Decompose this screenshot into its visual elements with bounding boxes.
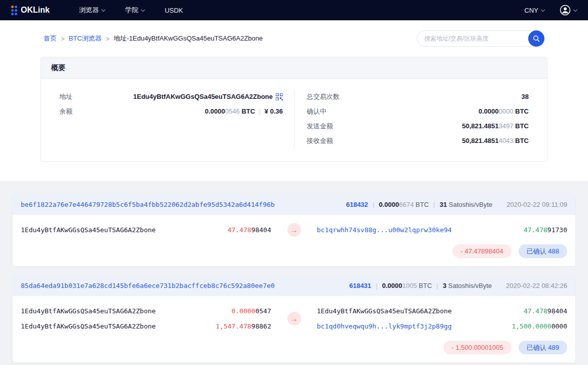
page-top-section: 首页 > BTC浏览器 > 地址-1Edu4yBtfAKwGGsQSa45euT…	[0, 20, 588, 172]
stat-value-dim: 0000	[499, 107, 513, 115]
tx-hash-link[interactable]: be6f1822a76e7e446479728b5c6f5ba4fbb52206…	[21, 201, 346, 208]
breadcrumb-home[interactable]: 首页	[44, 34, 57, 43]
tx-input-row: 1Edu4yBtfAKwGGsQSa45euTSAG6A2Zbone 1,547…	[21, 318, 271, 334]
stat-unit: BTC	[513, 137, 529, 144]
input-amount-primary: 47.478	[228, 226, 251, 234]
top-navbar: OKLink 浏览器 学院 USDK CNY	[0, 0, 588, 20]
input-amount-secondary: 0547	[255, 307, 271, 315]
logo-text: OKLink	[21, 6, 50, 15]
transaction-body: 1Edu4yBtfAKwGGsQSa45euTSAG6A2Zbone 0.000…	[13, 296, 575, 362]
search-button[interactable]	[528, 30, 544, 47]
stat-label: 确认中	[307, 107, 326, 116]
stat-row-received: 接收金额 50,821.48514043 BTC	[307, 133, 529, 148]
transaction-card: be6f1822a76e7e446479728b5c6f5ba4fbb52206…	[13, 194, 575, 266]
pipe-separator: |	[436, 282, 438, 289]
nav-item-usdk[interactable]: USDK	[165, 6, 183, 15]
tx-inputs: 1Edu4yBtfAKwGGsQSa45euTSAG6A2Zbone 0.000…	[21, 303, 271, 334]
stat-row-sent: 发送金额 50,821.48513497 BTC	[307, 119, 529, 133]
tx-rate-value: 3	[443, 282, 446, 289]
pipe-separator: |	[433, 201, 435, 208]
tx-rate-value: 31	[439, 201, 447, 208]
nav-item-explorer[interactable]: 浏览器	[79, 6, 105, 15]
navbar-right: CNY	[525, 5, 577, 16]
tx-outputs: 1Edu4yBtfAKwGGsQSa45euTSAG6A2Zbone 47.47…	[317, 303, 567, 334]
main-nav: 浏览器 学院 USDK	[79, 6, 525, 15]
balance-primary: 0.0000	[205, 107, 225, 115]
input-address: 1Edu4yBtfAKwGGsQSa45euTSAG6A2Zbone	[21, 322, 156, 330]
block-height-link[interactable]: 618431	[349, 282, 371, 289]
tx-fee-secondary: 6674	[399, 201, 414, 208]
stat-unit: BTC	[513, 107, 529, 115]
nav-item-label: 浏览器	[79, 6, 99, 15]
breadcrumb-btc-explorer[interactable]: BTC浏览器	[69, 34, 102, 43]
stat-value-dim: 4043	[499, 137, 513, 144]
confirmations-badge: 已确认 488	[519, 244, 567, 258]
breadcrumb-current: 地址-1Edu4yBtfAKwGGsQSa45euTSAG6A2Zbone	[114, 34, 263, 43]
breadcrumb-separator: >	[61, 35, 65, 43]
block-height-link[interactable]: 618432	[346, 201, 368, 208]
stat-value-dim: 3497	[499, 122, 513, 130]
currency-selector[interactable]: CNY	[525, 7, 544, 14]
transaction-header: be6f1822a76e7e446479728b5c6f5ba4fbb52206…	[13, 194, 575, 215]
tx-output-row: bc1qd0hveqwqu9h...lyk9mptf3j2p89gg 1,500…	[317, 318, 567, 334]
tx-fee-secondary: 1005	[402, 282, 417, 289]
output-amount-primary: 47.478	[524, 226, 547, 234]
tx-rate-unit: Satoshis/vByte	[447, 201, 493, 208]
input-amount-primary: 1,547.478	[215, 322, 251, 330]
arrow-right-icon: →	[287, 223, 301, 237]
search-icon	[533, 35, 540, 42]
nav-item-academy[interactable]: 学院	[125, 6, 144, 15]
currency-label: CNY	[525, 7, 538, 14]
summary-balance-row: 余额 0.00000546 BTC | ¥ 0.36	[59, 104, 283, 119]
output-address-link[interactable]: bc1qrwhh74sv88g...u00w2lqprw30ke94	[317, 226, 452, 234]
input-address: 1Edu4yBtfAKwGGsQSa45euTSAG6A2Zbone	[21, 307, 156, 315]
balance-fiat: ¥ 0.36	[265, 107, 283, 115]
oklink-logo[interactable]: OKLink	[11, 6, 50, 15]
tx-inputs: 1Edu4yBtfAKwGGsQSa45euTSAG6A2Zbone 47.47…	[21, 222, 271, 237]
pipe-separator: |	[373, 201, 374, 208]
chevron-down-icon	[101, 7, 105, 11]
address-value: 1Edu4yBtfAKwGGsQSa45euTSAG6A2Zbone	[133, 93, 273, 100]
tx-output-row: 1Edu4yBtfAKwGGsQSa45euTSAG6A2Zbone 47.47…	[317, 303, 567, 318]
stat-value: 0.0000	[479, 107, 499, 115]
confirmations-badge: 已确认 489	[519, 341, 567, 354]
tx-hash-link[interactable]: 85da64eda91b031e7a628cd145bfe6a6ece731b2…	[21, 282, 349, 289]
nav-item-label: USDK	[165, 7, 183, 14]
net-change-badge: - 1,500.00001005	[444, 341, 511, 354]
pipe-separator: |	[259, 107, 261, 115]
output-amount-secondary: 91730	[547, 226, 567, 234]
tx-stats: 618431 | 0.00001005 BTC | 3 Satoshis/vBy…	[349, 282, 492, 289]
output-address-link[interactable]: bc1qd0hveqwqu9h...lyk9mptf3j2p89gg	[317, 322, 452, 330]
input-amount-secondary: 98404	[251, 226, 271, 234]
summary-card: 概要 地址 1Edu4yBtfAKwGGsQSa45euTSAG6A2Zbone	[41, 57, 547, 162]
tx-outputs: bc1qrwhh74sv88g...u00w2lqprw30ke94 47.47…	[317, 222, 567, 237]
qr-code-icon[interactable]	[276, 93, 283, 100]
tx-input-row: 1Edu4yBtfAKwGGsQSa45euTSAG6A2Zbone 47.47…	[21, 222, 271, 237]
oklink-logo-icon	[11, 6, 17, 15]
stat-row-unconfirmed: 确认中 0.00000000 BTC	[307, 104, 529, 119]
chevron-down-icon	[141, 7, 145, 11]
summary-right-column: 总交易次数 38 确认中 0.00000000 BTC 发送金额 50,821.…	[294, 89, 547, 148]
stat-row-tx-count: 总交易次数 38	[307, 89, 529, 104]
balance-label: 余额	[59, 107, 72, 116]
search-box	[417, 30, 544, 47]
stat-label: 总交易次数	[307, 92, 340, 101]
chevron-down-icon	[573, 7, 577, 11]
stat-label: 发送金额	[307, 122, 333, 131]
account-menu[interactable]	[560, 5, 577, 16]
transaction-list: be6f1822a76e7e446479728b5c6f5ba4fbb52206…	[0, 181, 588, 365]
stat-value: 50,821.4851	[462, 137, 498, 144]
summary-left-column: 地址 1Edu4yBtfAKwGGsQSa45euTSAG6A2Zbone	[41, 89, 294, 148]
chevron-down-icon	[541, 7, 545, 11]
net-change-badge: - 47.47898404	[453, 244, 511, 258]
stat-unit: BTC	[513, 122, 529, 130]
input-amount-primary: 0.0000	[232, 307, 255, 315]
balance-unit: BTC	[240, 107, 255, 115]
search-input[interactable]	[424, 35, 528, 42]
input-amount-secondary: 98862	[251, 322, 271, 330]
input-address: 1Edu4yBtfAKwGGsQSa45euTSAG6A2Zbone	[21, 226, 156, 234]
nav-item-label: 学院	[125, 6, 138, 15]
transaction-header: 85da64eda91b031e7a628cd145bfe6a6ece731b2…	[13, 275, 575, 296]
transaction-body: 1Edu4yBtfAKwGGsQSa45euTSAG6A2Zbone 47.47…	[13, 215, 575, 266]
output-amount-secondary: 98404	[547, 307, 567, 315]
